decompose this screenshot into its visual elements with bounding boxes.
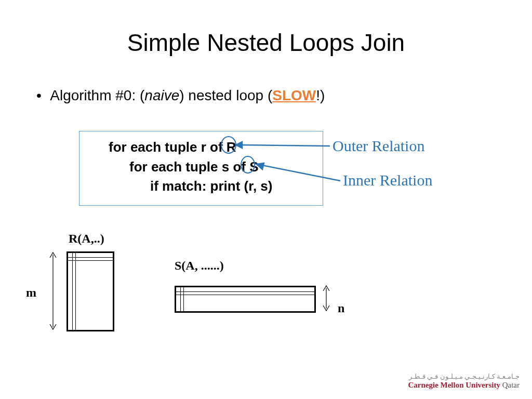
svg-marker-3 <box>257 163 264 169</box>
n-arrow-icon <box>321 285 331 312</box>
cmu-qatar-logo: جـامـعـة كـارنـيـجـي مـيـلـون فـي قـطـر … <box>408 373 520 390</box>
outer-relation-label: Outer Relation <box>332 137 424 155</box>
logo-arabic: جـامـعـة كـارنـيـجـي مـيـلـون فـي قـطـر <box>408 373 520 381</box>
bullet-mid: ) nested loop ( <box>179 87 272 103</box>
bullet-prefix: Algorithm #0: ( <box>50 87 144 103</box>
circle-S <box>241 156 255 174</box>
arrow-outer <box>234 132 332 158</box>
svg-line-0 <box>241 145 330 146</box>
bullet-suffix: !) <box>316 87 325 103</box>
inner-relation-label: Inner Relation <box>343 171 432 189</box>
table-S-icon <box>175 286 316 313</box>
bullet-slow: SLOW <box>272 87 316 103</box>
R-label: R(A,..) <box>69 232 104 246</box>
logo-en-bold: Carnegie Mellon University <box>408 381 500 389</box>
bullet-line: • Algorithm #0: (naive) nested loop (SLO… <box>36 87 325 104</box>
slide-title: Simple Nested Loops Join <box>0 29 532 57</box>
m-label: m <box>26 286 36 300</box>
logo-en-qatar: Qatar <box>500 381 520 389</box>
table-R-icon <box>66 251 114 331</box>
svg-line-2 <box>262 165 340 181</box>
n-label: n <box>338 301 344 315</box>
S-label: S(A, ......) <box>175 259 224 273</box>
bullet-naive: naive <box>144 87 179 103</box>
arrow-inner <box>255 161 343 187</box>
m-arrow-icon <box>48 251 58 330</box>
svg-marker-1 <box>236 142 242 148</box>
